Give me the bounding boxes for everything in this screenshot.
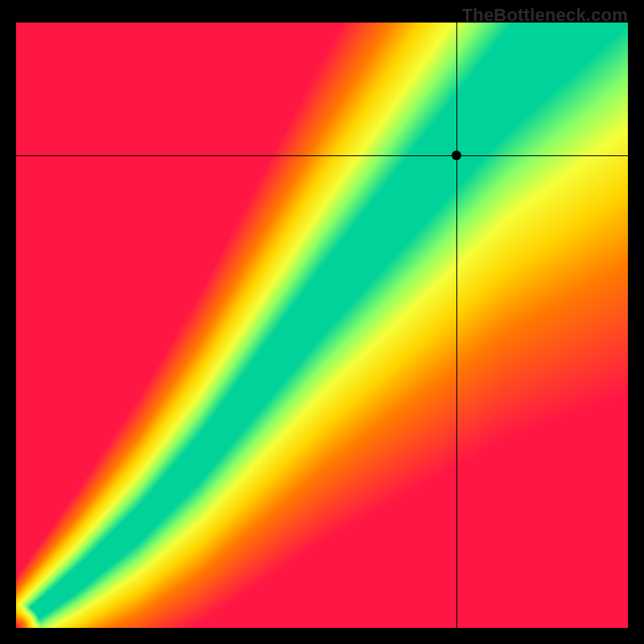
watermark-label: TheBottleneck.com bbox=[462, 5, 628, 26]
heatmap-canvas bbox=[16, 23, 628, 628]
data-point-marker bbox=[452, 151, 461, 160]
bottleneck-heatmap-chart: TheBottleneck.com bbox=[0, 0, 644, 644]
crosshair-horizontal bbox=[16, 155, 628, 156]
plot-area bbox=[16, 23, 628, 628]
crosshair-vertical bbox=[456, 23, 457, 628]
